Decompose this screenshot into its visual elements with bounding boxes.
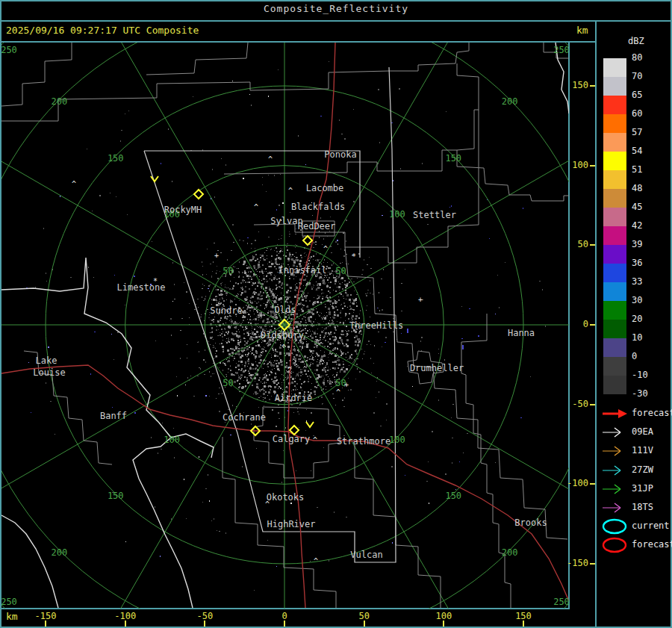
bottom-axis-tick-label: 50 bbox=[349, 611, 379, 621]
point-marker: ^ bbox=[288, 187, 293, 195]
ring-distance-label: 250 bbox=[553, 597, 569, 607]
colorbar-swatch bbox=[603, 114, 626, 133]
right-axis-tick-label: 150 bbox=[559, 80, 588, 90]
title-separator bbox=[0, 20, 672, 22]
legend-ellipse-icon bbox=[600, 518, 630, 535]
colorbar-value-label: 30 bbox=[632, 295, 668, 305]
city-label: Stettler bbox=[413, 210, 456, 220]
colorbar-value-label: 60 bbox=[632, 108, 668, 119]
right-axis-tick-label: -150 bbox=[559, 558, 588, 568]
page-title: Composite_Reflectivity bbox=[0, 3, 672, 14]
point-marker: ^ bbox=[314, 557, 318, 565]
radar-sector-outline-line bbox=[144, 67, 396, 562]
ring-distance-label: 100 bbox=[389, 435, 405, 445]
colorbar-swatch bbox=[603, 282, 626, 301]
right-axis-tick-label: 50 bbox=[559, 239, 588, 249]
colorbar-swatch bbox=[603, 189, 626, 208]
legend-ellipse-icon bbox=[600, 537, 630, 553]
ring-distance-label: 250 bbox=[1, 45, 17, 55]
city-label: Ponoka bbox=[324, 149, 356, 160]
colorbar-value-label: 20 bbox=[632, 314, 668, 324]
legend-arrow-icon bbox=[600, 443, 630, 459]
bottom-axis-tick-label: 150 bbox=[508, 611, 538, 621]
right-axis-tick bbox=[590, 483, 595, 485]
colorbar-swatch bbox=[603, 376, 626, 394]
park-boundaries-line bbox=[1, 515, 58, 608]
colorbar-swatch bbox=[603, 338, 626, 357]
legend-label: 27ZW bbox=[632, 464, 671, 475]
city-label: RockyMH bbox=[164, 205, 202, 215]
colorbar-swatch bbox=[603, 77, 626, 96]
city-label: Airdrie bbox=[275, 393, 313, 403]
ring-distance-label: 200 bbox=[502, 96, 518, 107]
colorbar-value-label: 45 bbox=[632, 202, 668, 212]
county-boundaries-line bbox=[461, 314, 511, 608]
colorbar-swatch bbox=[603, 357, 626, 376]
colorbar-value-label: 54 bbox=[632, 146, 668, 156]
city-label: Vulcan bbox=[350, 550, 382, 560]
point-marker: ^ bbox=[287, 366, 292, 374]
colorbar-value-label: 42 bbox=[632, 220, 668, 231]
city-label: ThreeHills bbox=[349, 320, 403, 331]
legend-arrow-icon bbox=[600, 424, 630, 441]
legend-label: forecast bbox=[632, 539, 671, 550]
ring-distance-label: 200 bbox=[502, 547, 518, 558]
city-label: Didsbury bbox=[261, 330, 304, 341]
colorbar-value-label: 39 bbox=[632, 239, 668, 249]
ring-distance-label: 150 bbox=[445, 153, 461, 164]
right-axis-tick bbox=[590, 404, 595, 405]
point-marker: ^ bbox=[265, 500, 270, 509]
colorbar-value-label: 36 bbox=[632, 258, 668, 268]
colorbar-value-label: -30 bbox=[632, 388, 668, 399]
blue-dash-marker bbox=[407, 329, 408, 333]
colorbar-value-label: 65 bbox=[632, 90, 668, 100]
bottom-axis-unit-label: km bbox=[6, 611, 18, 622]
ring-distance-label: 150 bbox=[108, 491, 124, 501]
radar-sector-outline bbox=[144, 67, 396, 562]
timestamp-product-label: 2025/09/16 09:27:17 UTC Composite bbox=[6, 25, 199, 36]
border-top bbox=[0, 0, 672, 1]
radial-line bbox=[284, 325, 569, 529]
radar-map-svg: 5050505010010010010015015015015020020020… bbox=[1, 43, 569, 609]
radial-line bbox=[81, 43, 285, 325]
point-marker: ^ bbox=[323, 245, 328, 253]
city-label: Lacombe bbox=[306, 183, 344, 193]
legend-label: 18TS bbox=[632, 502, 671, 512]
right-axis-tick bbox=[590, 324, 595, 326]
colorbar-value-label: 33 bbox=[632, 276, 668, 287]
bottom-axis-tick-label: -100 bbox=[111, 611, 140, 621]
ring-distance-label: 100 bbox=[164, 435, 180, 445]
colorbar-value-label: -10 bbox=[632, 370, 668, 380]
ring-distance-label: 200 bbox=[51, 96, 67, 107]
point-marker: + bbox=[418, 296, 423, 304]
colorbar-value-label: 0 bbox=[632, 351, 668, 361]
colorbar-swatch bbox=[603, 301, 626, 320]
city-label: Louise bbox=[33, 367, 65, 378]
bottom-axis-tick-label: 0 bbox=[270, 611, 299, 621]
right-axis-tick-label: -50 bbox=[559, 399, 588, 409]
legend-arrow-icon bbox=[600, 462, 630, 479]
ring-distance-label: 250 bbox=[1, 597, 17, 607]
colorbar-swatch bbox=[603, 133, 626, 152]
ring-distance-label: 50 bbox=[223, 378, 233, 388]
point-marker: * bbox=[352, 252, 356, 261]
legend-arrow-icon bbox=[600, 500, 630, 516]
city-label: Blackfalds bbox=[291, 202, 345, 212]
radar-map-canvas[interactable]: 5050505010010010010015015015015020020020… bbox=[1, 43, 569, 609]
city-label: Strathmore bbox=[337, 436, 391, 447]
colorbar-swatch bbox=[603, 245, 626, 264]
radial-line bbox=[81, 325, 285, 609]
legend-label: forecast bbox=[632, 408, 671, 418]
ring-distance-label: 150 bbox=[108, 153, 124, 164]
radial-line bbox=[1, 122, 284, 326]
city-label: Lake bbox=[36, 355, 57, 366]
bottom-axis-tick-label: -150 bbox=[31, 611, 60, 621]
radar-site-diamond bbox=[303, 236, 312, 245]
ring-distance-label: 200 bbox=[51, 547, 67, 558]
colorbar-value-label: 10 bbox=[632, 332, 668, 343]
panel-separator bbox=[595, 21, 597, 628]
colorbar-value-label: 80 bbox=[632, 52, 668, 63]
point-marker: ^ bbox=[254, 203, 258, 211]
colorbar-swatch bbox=[603, 58, 626, 77]
legend-label: 09EA bbox=[632, 426, 671, 437]
